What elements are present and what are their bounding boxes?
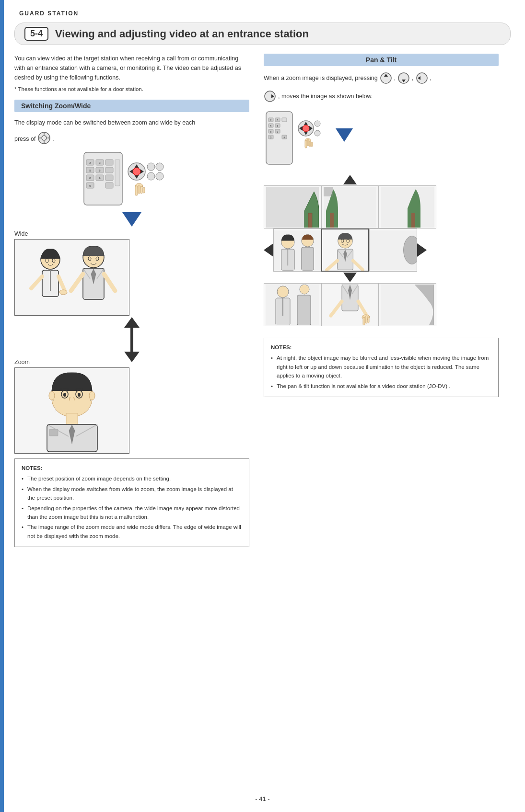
svg-line-57: [71, 274, 83, 291]
svg-rect-115: [330, 213, 334, 228]
pan-mid-right-svg: [370, 230, 417, 271]
svg-rect-113: [308, 213, 312, 228]
pan-bot-center-svg: [324, 285, 376, 325]
guard-station-header: GUARD STATION: [19, 10, 511, 17]
pan-row-middle: [264, 229, 436, 272]
pan-cell-top-center: [321, 185, 379, 229]
wide-persons-svg: [19, 240, 125, 315]
svg-rect-71: [49, 429, 58, 436]
right-note-2: The pan & tilt function is not available…: [271, 382, 491, 390]
svg-rect-118: [411, 213, 415, 228]
pan-tilt-intro: When a zoom image is displayed, pressing…: [264, 72, 499, 84]
pan-btn-1-icon: [380, 72, 392, 84]
svg-rect-109: [307, 139, 309, 146]
svg-rect-151: [363, 317, 365, 325]
pan-top-right-svg: [381, 187, 434, 228]
page-number: - 41 -: [255, 795, 269, 802]
svg-point-49: [59, 290, 67, 295]
intro-text: You can view video at the target station…: [14, 54, 249, 82]
svg-point-32: [133, 168, 140, 175]
device-illustration: 2 3 5 6 8 9 0: [14, 150, 249, 207]
guard-station-text: GUARD STATION: [19, 10, 79, 17]
right-notes-title: NOTES:: [271, 343, 491, 352]
svg-line-47: [31, 276, 42, 288]
pan-cell-bot-center: [321, 283, 379, 326]
pan-cell-mid-right: [369, 229, 417, 272]
svg-text:3: 3: [277, 119, 279, 122]
svg-rect-41: [143, 187, 145, 193]
pan-keypad-svg: 2 3 5 6 8 9 0 #: [264, 109, 326, 167]
left-notes-box: NOTES: The preset position of zoom image…: [14, 458, 249, 547]
left-note-4: The image range of the zoom mode and wid…: [22, 523, 242, 540]
svg-text:#: #: [284, 136, 285, 139]
svg-text:5: 5: [270, 125, 272, 127]
svg-text:9: 9: [277, 130, 279, 133]
svg-point-60: [49, 391, 55, 400]
press-of-row: press of .: [14, 131, 249, 146]
svg-point-65: [78, 393, 81, 397]
svg-rect-38: [135, 186, 138, 195]
svg-text:2: 2: [270, 119, 272, 122]
pan-mid-left-svg: [274, 230, 321, 271]
pan-cell-top-left: [264, 185, 321, 229]
left-note-1: The preset position of zoom image depend…: [22, 474, 242, 483]
pan-cell-mid-center: [321, 229, 369, 272]
section-title: Viewing and adjusting video at an entran…: [55, 28, 309, 40]
svg-rect-83: [282, 118, 287, 122]
svg-rect-111: [311, 142, 313, 147]
svg-line-58: [104, 274, 115, 291]
wide-view-box: [14, 239, 129, 316]
svg-point-64: [63, 393, 66, 397]
svg-point-61: [89, 391, 95, 400]
svg-point-33: [147, 163, 155, 171]
svg-rect-153: [368, 317, 369, 323]
pan-cell-top-right: [379, 185, 436, 229]
zoom-person-svg: [18, 369, 126, 452]
pan-tilt-header: Pan & Tilt: [264, 54, 499, 66]
arrow-down-wide: [14, 212, 249, 227]
period: .: [53, 136, 54, 142]
press-of-label: press of: [14, 136, 35, 142]
wide-label: Wide: [14, 230, 249, 237]
pan-arrow-down: [336, 128, 353, 142]
svg-point-106: [315, 130, 320, 136]
zoom-section: Zoom: [14, 359, 249, 454]
pan-tilt-device-svg-container: 2 3 5 6 8 9 0 #: [264, 109, 326, 168]
svg-rect-39: [138, 185, 140, 194]
svg-rect-116: [324, 187, 333, 196]
svg-rect-25: [115, 160, 120, 186]
pan-cell-bot-right: [379, 283, 436, 326]
svg-rect-108: [305, 140, 307, 148]
note-star: * These functions are not available for …: [14, 86, 249, 92]
pan-down-arrow-row: [264, 273, 436, 282]
double-arrow-container: [14, 320, 249, 359]
svg-point-35: [147, 172, 155, 180]
pan-right-arrow: [417, 229, 427, 272]
svg-text:6: 6: [277, 125, 279, 127]
svg-rect-40: [140, 186, 142, 194]
switching-desc: The display mode can be switched between…: [14, 118, 249, 127]
pan-top-left-svg: [266, 187, 319, 228]
pan-bot-right-svg: [381, 285, 434, 325]
svg-point-105: [315, 121, 320, 126]
svg-point-36: [156, 172, 163, 180]
two-column-layout: You can view video at the target station…: [14, 54, 511, 547]
svg-line-48: [58, 276, 65, 291]
right-notes-box: NOTES: At night, the object image may be…: [264, 338, 499, 397]
pan-tilt-intro2: , moves the image as shown below.: [264, 90, 499, 103]
pan-cell-bot-left: [264, 283, 321, 326]
left-note-3: Depending on the properties of the camer…: [22, 504, 242, 522]
pan-mid-center-svg: [322, 230, 368, 271]
pan-row-top: [264, 185, 436, 229]
svg-rect-152: [365, 316, 367, 323]
double-arrow: [124, 317, 140, 362]
svg-rect-9: [105, 160, 113, 165]
pan-bot-left-svg: [266, 285, 319, 325]
svg-rect-17: [105, 183, 113, 188]
pan-up-arrow-row: [264, 175, 436, 184]
svg-rect-124: [302, 247, 314, 270]
svg-text:8: 8: [270, 130, 272, 133]
pan-left-arrow: [264, 229, 273, 272]
pan-tilt-demo-area: 2 3 5 6 8 9 0 #: [264, 109, 499, 168]
pan-row-bottom: [264, 283, 436, 326]
